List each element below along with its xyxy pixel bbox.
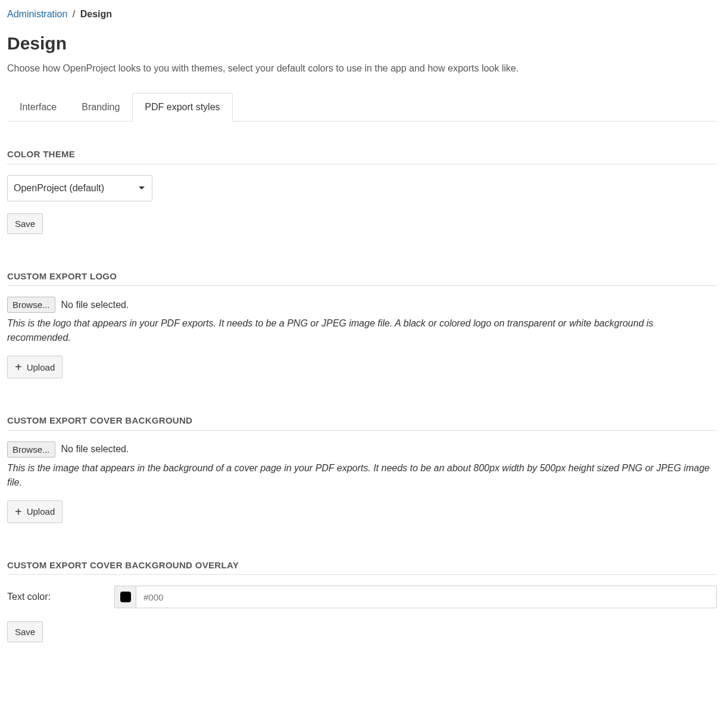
color-theme-select[interactable]: OpenProject (default) xyxy=(7,175,152,201)
browse-cover-button[interactable]: Browse... xyxy=(7,441,55,458)
cover-file-status: No file selected. xyxy=(61,442,129,456)
upload-logo-label: Upload xyxy=(27,362,55,372)
section-title-export-logo: CUSTOM EXPORT LOGO xyxy=(7,270,717,287)
section-cover-overlay: CUSTOM EXPORT COVER BACKGROUND OVERLAY T… xyxy=(7,559,717,643)
section-title-cover-bg: CUSTOM EXPORT COVER BACKGROUND xyxy=(7,414,717,431)
breadcrumb-separator: / xyxy=(73,9,75,19)
page-description: Choose how OpenProject looks to you with… xyxy=(7,61,717,76)
section-custom-export-logo: CUSTOM EXPORT LOGO Browse... No file sel… xyxy=(7,270,717,379)
breadcrumb: Administration / Design xyxy=(7,7,717,21)
section-title-cover-overlay: CUSTOM EXPORT COVER BACKGROUND OVERLAY xyxy=(7,559,717,575)
section-custom-cover-background: CUSTOM EXPORT COVER BACKGROUND Browse...… xyxy=(7,414,717,523)
tab-pdf-export-styles[interactable]: PDF export styles xyxy=(132,93,232,122)
upload-cover-button[interactable]: + Upload xyxy=(7,500,63,523)
tab-branding[interactable]: Branding xyxy=(69,93,132,122)
text-color-label: Text color: xyxy=(7,590,114,604)
text-color-input[interactable] xyxy=(136,586,717,608)
page-title: Design xyxy=(7,30,717,57)
upload-cover-label: Upload xyxy=(27,506,55,517)
breadcrumb-current: Design xyxy=(80,9,112,19)
save-button[interactable]: Save xyxy=(7,213,43,234)
tab-list: Interface Branding PDF export styles xyxy=(7,92,717,122)
browse-logo-button[interactable]: Browse... xyxy=(7,297,55,313)
plus-icon: + xyxy=(15,506,22,518)
upload-logo-button[interactable]: + Upload xyxy=(7,356,63,378)
section-title-color-theme: COLOR THEME xyxy=(7,148,717,164)
text-color-swatch xyxy=(120,592,131,602)
tab-interface[interactable]: Interface xyxy=(7,93,69,122)
breadcrumb-parent-link[interactable]: Administration xyxy=(7,9,67,19)
logo-file-status: No file selected. xyxy=(61,298,129,312)
section-color-theme: COLOR THEME OpenProject (default) Save xyxy=(7,148,717,234)
plus-icon: + xyxy=(15,361,22,373)
save-overlay-button[interactable]: Save xyxy=(7,621,43,642)
logo-help-text: This is the logo that appears in your PD… xyxy=(7,316,717,345)
text-color-swatch-box[interactable] xyxy=(114,586,136,608)
cover-help-text: This is the image that appears in the ba… xyxy=(7,461,717,490)
